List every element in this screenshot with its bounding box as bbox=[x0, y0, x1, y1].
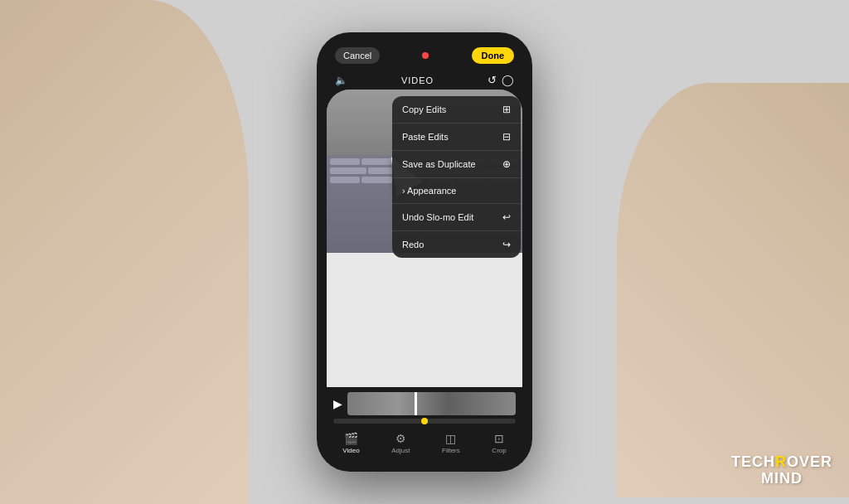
timeline-fill bbox=[347, 392, 516, 415]
adjust-tab-icon: ⚙ bbox=[395, 432, 406, 445]
menu-item-paste-edits[interactable]: Paste Edits ⊟ bbox=[392, 124, 521, 151]
copy-edits-icon: ⊞ bbox=[502, 104, 511, 115]
context-menu: Copy Edits ⊞ Paste Edits ⊟ Save as Dupli… bbox=[392, 96, 521, 258]
video-tab-icon: 🎬 bbox=[344, 432, 358, 445]
video-preview: Copy Edits ⊞ Paste Edits ⊟ Save as Dupli… bbox=[327, 90, 522, 387]
left-hand bbox=[0, 0, 249, 504]
right-hand bbox=[617, 83, 849, 497]
video-tab-label: Video bbox=[342, 447, 359, 454]
menu-item-redo[interactable]: Redo ↪ bbox=[392, 231, 521, 258]
tab-filters[interactable]: ◫ Filters bbox=[442, 432, 460, 454]
watermark-line2: MIND bbox=[731, 471, 832, 487]
video-controls: ↺ ◯ bbox=[488, 74, 514, 86]
save-duplicate-icon: ⊕ bbox=[502, 158, 511, 170]
tab-adjust[interactable]: ⚙ Adjust bbox=[391, 432, 410, 454]
crop-tab-label: Crop bbox=[492, 447, 506, 454]
play-button[interactable]: ▶ bbox=[333, 397, 342, 410]
copy-edits-label: Copy Edits bbox=[402, 104, 446, 114]
phone-top-bar: Cancel Done bbox=[327, 42, 522, 69]
history-icon: ↺ bbox=[488, 74, 497, 86]
watermark: TECHROVER MIND bbox=[731, 454, 832, 487]
phone-screen: Copy Edits ⊞ Paste Edits ⊟ Save as Dupli… bbox=[327, 90, 522, 459]
tab-video[interactable]: 🎬 Video bbox=[342, 432, 359, 454]
menu-item-appearance[interactable]: › Appearance bbox=[392, 178, 521, 204]
key bbox=[330, 167, 366, 174]
done-button[interactable]: Done bbox=[472, 47, 515, 64]
more-icon: ◯ bbox=[502, 74, 514, 86]
menu-item-copy-edits[interactable]: Copy Edits ⊞ bbox=[392, 96, 521, 124]
redo-icon: ↪ bbox=[502, 239, 511, 250]
phone-device: Cancel Done 🔈 VIDEO ↺ ◯ bbox=[317, 32, 532, 472]
timeline-handle bbox=[415, 392, 417, 415]
preview-bottom bbox=[327, 253, 522, 387]
timeline-scrubber[interactable] bbox=[333, 419, 516, 424]
filters-tab-label: Filters bbox=[442, 447, 460, 454]
redo-label: Redo bbox=[402, 240, 424, 250]
appearance-label: › Appearance bbox=[402, 186, 456, 196]
crop-tab-icon: ⊡ bbox=[494, 432, 504, 445]
timeline-track[interactable] bbox=[347, 392, 516, 415]
save-duplicate-label: Save as Duplicate bbox=[402, 159, 476, 169]
key bbox=[330, 177, 360, 183]
filters-tab-icon: ◫ bbox=[445, 432, 456, 445]
paste-edits-label: Paste Edits bbox=[402, 132, 449, 142]
bottom-tabs: 🎬 Video ⚙ Adjust ◫ Filters ⊡ Crop bbox=[327, 429, 522, 459]
watermark-line1: TECHROVER bbox=[731, 454, 832, 471]
key bbox=[330, 158, 360, 165]
adjust-tab-label: Adjust bbox=[391, 447, 410, 454]
cancel-button[interactable]: Cancel bbox=[335, 47, 380, 64]
undo-slomo-label: Undo Slo-mo Edit bbox=[402, 212, 473, 222]
video-label: VIDEO bbox=[401, 75, 434, 85]
menu-item-save-duplicate[interactable]: Save as Duplicate ⊕ bbox=[392, 151, 521, 178]
scrubber-position-dot bbox=[421, 418, 428, 424]
undo-slomo-icon: ↩ bbox=[502, 211, 511, 223]
timeline-bar: ▶ bbox=[327, 387, 522, 429]
tab-crop[interactable]: ⊡ Crop bbox=[492, 432, 506, 454]
timeline-controls: ▶ bbox=[333, 392, 516, 415]
recording-dot bbox=[422, 52, 429, 59]
video-bar: 🔈 VIDEO ↺ ◯ bbox=[327, 72, 522, 88]
menu-item-undo-slomo[interactable]: Undo Slo-mo Edit ↩ bbox=[392, 204, 521, 231]
volume-icon: 🔈 bbox=[335, 75, 347, 86]
paste-edits-icon: ⊟ bbox=[502, 131, 511, 143]
